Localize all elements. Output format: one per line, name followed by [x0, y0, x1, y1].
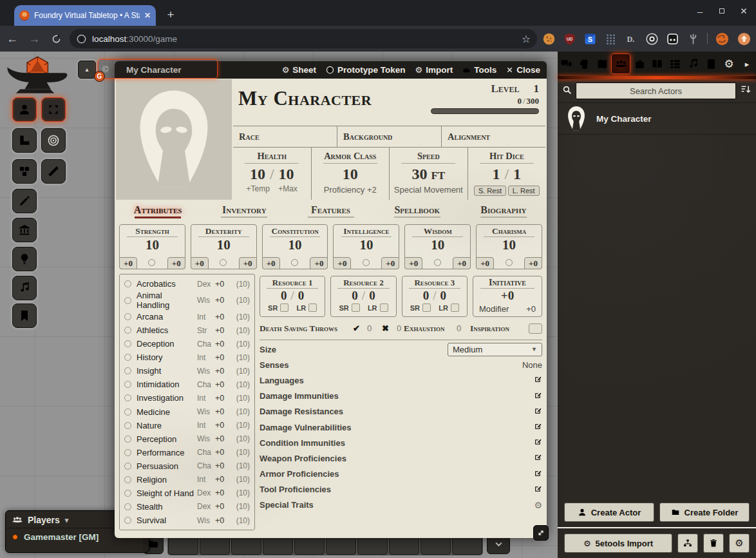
tab-actors[interactable] — [611, 53, 630, 74]
sr-checkbox[interactable] — [280, 303, 288, 312]
5etools-import-button[interactable]: ⚙ 5etools Import — [564, 534, 672, 553]
ability-wisdom[interactable]: Wisdom 10 +0 +0 — [404, 224, 471, 269]
armor-class-stat[interactable]: Armor Class 10 Proficiency +2 — [311, 148, 390, 200]
size-select[interactable]: Medium▼ — [448, 343, 542, 356]
sr-checkbox[interactable] — [422, 303, 431, 312]
sort-icon[interactable] — [740, 84, 751, 98]
edit-icon[interactable] — [534, 484, 542, 495]
ability-score-input[interactable]: 10 — [120, 238, 185, 252]
skill-row[interactable]: PerceptionWis+0(10) — [124, 432, 250, 446]
close-window-button[interactable]: Close — [506, 65, 540, 75]
settings-button[interactable]: ⚙ — [729, 534, 750, 553]
prototype-token-button[interactable]: Prototype Token — [326, 65, 406, 75]
forward-button[interactable]: → — [24, 29, 44, 48]
shield-extension-icon[interactable]: UD — [560, 30, 578, 48]
death-save-failure-count[interactable]: 0 — [397, 323, 401, 333]
edit-icon[interactable] — [534, 452, 542, 464]
tool-lighting-button[interactable] — [12, 247, 37, 271]
ability-score-input[interactable]: 10 — [477, 238, 542, 252]
ability-save-mod[interactable]: +0 — [119, 257, 137, 269]
trait-special-traits[interactable]: Special Traits ⚙ — [260, 497, 542, 513]
fork-extension-icon[interactable] — [684, 30, 702, 48]
ability-check-mod[interactable]: +0 — [381, 257, 399, 269]
window-header[interactable]: My Character ⚙Sheet Prototype Token ⚙Imp… — [115, 61, 547, 79]
skill-row[interactable]: NatureInt+0(10) — [124, 419, 250, 432]
alignment-field[interactable]: Alignment — [441, 126, 545, 147]
tool-notes-button[interactable] — [12, 303, 37, 328]
skill-proficiency-toggle[interactable] — [124, 517, 131, 524]
ability-save-mod[interactable]: +0 — [191, 257, 209, 269]
health-stat[interactable]: Health 10/10 +Temp+Max — [233, 148, 311, 200]
new-tab-button[interactable]: + — [162, 6, 179, 23]
race-field[interactable]: Race — [233, 126, 337, 147]
ability-check-mod[interactable]: +0 — [239, 257, 257, 269]
tool-sounds-button[interactable] — [12, 276, 37, 300]
skill-row[interactable]: AcrobaticsDex+0(10) — [124, 277, 250, 291]
trait-tool-proficiencies[interactable]: Tool Proficiencies — [260, 482, 542, 497]
ability-check-mod[interactable]: +0 — [524, 257, 542, 269]
trait-damage-resistances[interactable]: Damage Resistances — [260, 404, 542, 419]
lr-checkbox[interactable] — [308, 303, 317, 312]
skill-proficiency-toggle[interactable] — [124, 340, 131, 347]
skill-row[interactable]: ArcanaInt+0(10) — [124, 310, 250, 323]
gear-icon[interactable]: ⚙ — [534, 500, 542, 510]
hp-tempmax-label[interactable]: +Max — [278, 184, 298, 193]
ability-strength[interactable]: Strength 10 +0 +0 — [119, 224, 185, 269]
back-button[interactable]: ← — [3, 29, 22, 48]
lr-checkbox[interactable] — [451, 303, 459, 312]
edit-icon[interactable] — [534, 406, 542, 418]
hp-temp-label[interactable]: +Temp — [247, 184, 270, 193]
tool-target-button[interactable] — [41, 128, 66, 153]
ability-score-input[interactable]: 10 — [405, 238, 470, 252]
resource-2[interactable]: Resource 2 0/0 SR LR — [330, 276, 396, 317]
skill-row[interactable]: DeceptionCha+0(10) — [124, 337, 250, 351]
tab-scenes[interactable] — [594, 54, 612, 73]
trait-weapon-proficiencies[interactable]: Weapon Proficiencies — [260, 450, 542, 466]
ability-score-input[interactable]: 10 — [334, 238, 399, 252]
proficiency-toggle[interactable] — [148, 259, 155, 266]
grid-extension-icon[interactable] — [601, 30, 619, 48]
tab-compendium[interactable] — [703, 54, 721, 73]
tab-spellbook[interactable]: Spellbook — [374, 203, 460, 223]
ability-save-mod[interactable]: +0 — [262, 257, 280, 269]
window-minimize-button[interactable]: – — [690, 3, 710, 19]
skill-row[interactable]: Sleight of HandDex+0(10) — [124, 486, 250, 500]
skill-proficiency-toggle[interactable] — [124, 381, 131, 388]
initiative-box[interactable]: Initiative +0 Modifier+0 — [473, 276, 542, 317]
proficiency-toggle[interactable] — [291, 259, 298, 266]
skill-row[interactable]: StealthDex+0(10) — [124, 500, 250, 514]
skill-row[interactable]: PersuasionCha+0(10) — [124, 459, 250, 473]
address-bar[interactable]: localhost :30000/game ☆ — [70, 29, 537, 48]
skill-row[interactable]: InvestigationInt+0(10) — [124, 391, 250, 405]
create-actor-button[interactable]: Create Actor — [564, 503, 654, 522]
ability-score-input[interactable]: 10 — [263, 238, 328, 252]
proficiency-toggle[interactable] — [506, 259, 513, 266]
tab-items[interactable] — [630, 54, 648, 73]
tool-measure-button[interactable] — [12, 128, 37, 153]
tab-playlists[interactable] — [685, 54, 703, 73]
window-resize-handle[interactable] — [533, 525, 549, 541]
delete-button[interactable] — [703, 534, 724, 553]
short-rest-button[interactable]: S. Rest — [474, 186, 506, 196]
tab-chat[interactable] — [558, 54, 576, 73]
s-extension-icon[interactable]: S — [581, 30, 599, 48]
skill-row[interactable]: Animal HandlingWis+0(10) — [124, 291, 250, 310]
tab-close-icon[interactable]: ✕ — [144, 11, 151, 20]
ability-check-mod[interactable]: +0 — [167, 257, 185, 269]
create-folder-button[interactable]: Create Folder — [659, 503, 750, 522]
skill-proficiency-toggle[interactable] — [124, 280, 131, 287]
trait-damage-vulnerabilities[interactable]: Damage Vulnerabilities — [260, 419, 542, 435]
trait-senses[interactable]: Senses None — [260, 357, 542, 372]
skill-proficiency-toggle[interactable] — [124, 449, 131, 456]
ability-save-mod[interactable]: +0 — [333, 257, 351, 269]
tab-biography[interactable]: Biography — [460, 203, 547, 223]
inspiration-checkbox[interactable] — [529, 323, 542, 334]
site-info-icon[interactable] — [76, 34, 87, 44]
d-extension-icon[interactable]: D. — [622, 30, 640, 48]
ability-save-mod[interactable]: +0 — [404, 257, 422, 269]
tool-ruler-button[interactable] — [41, 159, 66, 184]
background-field[interactable]: Background — [337, 126, 441, 147]
ability-check-mod[interactable]: +0 — [310, 257, 328, 269]
update-browser-button[interactable] — [735, 30, 753, 48]
cookie-extension-icon[interactable] — [540, 30, 558, 48]
